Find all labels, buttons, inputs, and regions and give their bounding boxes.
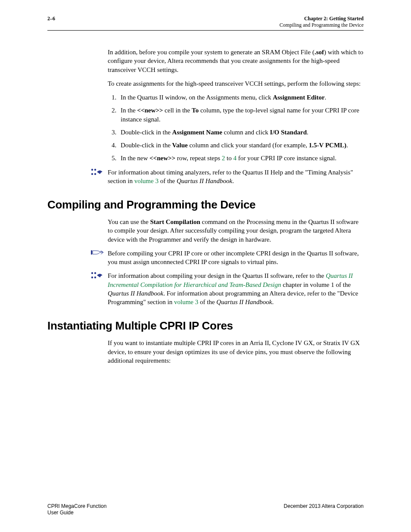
footer-right: December 2013 Altera Corporation (284, 503, 364, 516)
svg-point-5 (91, 272, 93, 274)
page-header: 2–6 Chapter 2: Getting Started Compiling… (47, 16, 364, 31)
step-ref-link[interactable]: 4 (234, 155, 237, 162)
list-item: In the Quartus II window, on the Assignm… (118, 93, 364, 102)
chapter-label: Chapter 2: Getting Started (280, 16, 364, 22)
body-paragraph: If you want to instantiate multiple CPRI… (108, 339, 364, 365)
svg-rect-4 (91, 250, 92, 255)
volume-link[interactable]: volume 3 (174, 299, 198, 305)
list-item: Double-click in the Assignment Name colu… (118, 128, 364, 137)
svg-point-7 (91, 277, 93, 278)
svg-point-3 (94, 173, 96, 174)
doc-title: CPRI MegaCore Function (47, 503, 106, 510)
doc-subtitle: User Guide (47, 510, 106, 516)
volume-link[interactable]: volume 3 (134, 177, 159, 184)
page-number: 2–6 (47, 16, 55, 28)
svg-point-2 (91, 173, 93, 174)
page-footer: CPRI MegaCore Function User Guide Decemb… (47, 503, 364, 516)
header-right: Chapter 2: Getting Started Compiling and… (280, 16, 364, 28)
list-item: Double-click in the Value column and cli… (118, 141, 364, 149)
steps-list: In the Quartus II window, on the Assignm… (108, 93, 364, 163)
section-label: Compiling and Programming the Device (280, 22, 364, 28)
list-item: In the <<new>> cell in the To column, ty… (118, 106, 364, 124)
section-heading: Compiling and Programming the Device (47, 198, 364, 212)
body-paragraph: To create assignments for the high-speed… (108, 79, 364, 88)
hand-note-icon (90, 249, 103, 256)
svg-point-8 (94, 277, 96, 278)
note-text: For information about timing analyzers, … (108, 168, 364, 186)
info-icon (90, 271, 103, 279)
note-text: For information about compiling your des… (108, 271, 364, 306)
list-item: In the new <<new>> row, repeat steps 2 t… (118, 154, 364, 162)
info-icon (90, 168, 103, 176)
body-paragraph: In addition, before you compile your sys… (108, 48, 364, 74)
svg-point-0 (91, 168, 93, 170)
svg-point-1 (94, 168, 96, 170)
body-paragraph: You can use the Start Compilation comman… (108, 218, 364, 244)
section-heading: Instantiating Multiple CPRI IP Cores (47, 319, 364, 333)
svg-point-6 (94, 272, 96, 274)
note-text: Before compiling your CPRI IP core or ot… (108, 249, 364, 267)
